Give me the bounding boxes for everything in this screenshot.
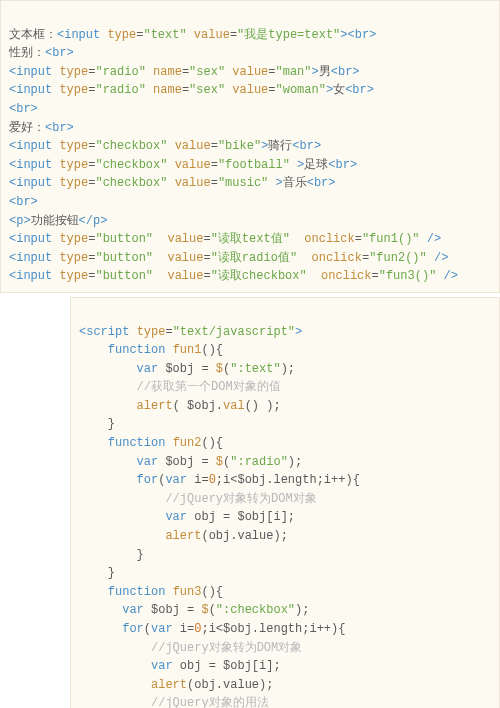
code-line: <input type="radio" name="sex" value="ma… <box>9 65 360 79</box>
code-line: var $obj = $(":text"); <box>79 362 295 376</box>
code-line: <script type="text/javascript"> <box>79 325 302 339</box>
code-line: } <box>79 417 115 431</box>
code-line: alert(obj.value); <box>79 529 288 543</box>
code-line: alert(obj.value); <box>79 678 273 692</box>
code-line: var obj = $obj[i]; <box>79 659 281 673</box>
code-line: <input type="checkbox" value="football" … <box>9 158 357 172</box>
code-block-js: <script type="text/javascript"> function… <box>70 297 500 708</box>
code-line: 文本框：<input type="text" value="我是type=tex… <box>9 28 376 42</box>
code-line: <p>功能按钮</p> <box>9 214 107 228</box>
code-line: function fun2(){ <box>79 436 223 450</box>
code-line: <input type="button" value="读取text值" onc… <box>9 232 441 246</box>
code-line: <input type="checkbox" value="music" >音乐… <box>9 176 336 190</box>
code-line: } <box>79 566 115 580</box>
code-line: <input type="button" value="读取radio值" on… <box>9 251 448 265</box>
code-line: <input type="button" value="读取checkbox" … <box>9 269 458 283</box>
code-line: <br> <box>9 102 38 116</box>
code-line: //jQuery对象转为DOM对象 <box>79 641 302 655</box>
code-line: //jQuery对象转为DOM对象 <box>79 492 317 506</box>
code-line: function fun3(){ <box>79 585 223 599</box>
code-line: 爱好：<br> <box>9 121 74 135</box>
code-line: function fun1(){ <box>79 343 223 357</box>
code-block-html: 文本框：<input type="text" value="我是type=tex… <box>0 0 500 293</box>
code-line: alert( $obj.val() ); <box>79 399 281 413</box>
code-line: } <box>79 548 144 562</box>
code-line: //jQuery对象的用法 <box>79 696 269 708</box>
code-line: <input type="checkbox" value="bike">骑行<b… <box>9 139 321 153</box>
code-line: for(var i=0;i<$obj.length;i++){ <box>79 622 345 636</box>
code-line: <input type="radio" name="sex" value="wo… <box>9 83 374 97</box>
code-line: 性别：<br> <box>9 46 74 60</box>
code-line: <br> <box>9 195 38 209</box>
code-line: var obj = $obj[i]; <box>79 510 295 524</box>
code-line: for(var i=0;i<$obj.length;i++){ <box>79 473 360 487</box>
code-line: //获取第一个DOM对象的值 <box>79 380 281 394</box>
code-line: var $obj = $(":radio"); <box>79 455 302 469</box>
code-line: var $obj = $(":checkbox"); <box>79 603 309 617</box>
